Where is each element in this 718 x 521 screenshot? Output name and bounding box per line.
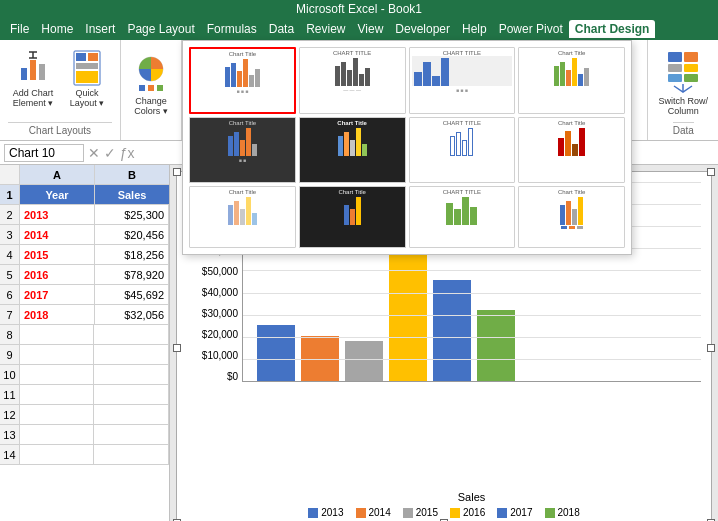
switch-column-section: Switch Row/Column Data [647,40,718,140]
menu-review[interactable]: Review [300,20,351,38]
svg-rect-13 [148,85,154,91]
table-row: 1 Year Sales [0,185,169,205]
table-row: 2 2013 $25,300 [0,205,169,225]
change-colors-label: ChangeColors ▾ [134,96,168,116]
chart-style-5[interactable]: Chart Title ■ ■ [189,117,296,182]
quick-layout-button[interactable]: QuickLayout ▾ [62,44,112,120]
resize-handle-tl[interactable] [173,168,181,176]
table-row: 11 [0,385,169,405]
cell-a5[interactable]: 2016 [20,265,95,285]
cell-b3[interactable]: $20,456 [95,225,170,245]
svg-rect-2 [39,64,45,80]
chart-style-7[interactable]: CHART TITLE [409,117,516,182]
legend-color-2015 [403,508,413,518]
add-chart-element-button[interactable]: Add ChartElement ▾ [8,44,58,120]
resize-handle-tr[interactable] [707,168,715,176]
svg-rect-0 [21,68,27,80]
legend-color-2013 [308,508,318,518]
svg-rect-16 [684,52,698,62]
menu-power-pivot[interactable]: Power Pivot [493,20,569,38]
cell-b5[interactable]: $78,920 [95,265,170,285]
table-row: 4 2015 $18,256 [0,245,169,265]
quick-layout-icon [71,48,103,88]
menu-chart-design[interactable]: Chart Design [569,20,656,38]
cell-a3[interactable]: 2014 [20,225,95,245]
bar-2014[interactable] [301,336,339,381]
cell-a1[interactable]: Year [20,185,95,205]
bar-2013[interactable] [257,325,295,381]
chart-x-label: Sales [242,491,701,503]
svg-rect-18 [684,64,698,72]
bar-2018[interactable] [477,310,515,381]
svg-rect-1 [30,60,36,80]
quick-layout-label: QuickLayout ▾ [70,88,105,108]
svg-rect-15 [668,52,682,62]
cell-b7[interactable]: $32,056 [95,305,170,325]
col-header-b[interactable]: B [95,165,170,185]
chart-layouts-label: Chart Layouts [8,122,112,136]
chart-style-10[interactable]: Chart Title [299,186,406,248]
menu-view[interactable]: View [352,20,390,38]
menu-insert[interactable]: Insert [79,20,121,38]
legend-color-2016 [450,508,460,518]
switch-column-button[interactable]: Switch Row/Column [654,44,712,120]
legend-item-2017: 2017 [497,507,532,518]
change-colors-button[interactable]: ChangeColors ▾ [129,44,173,136]
table-row: 10 [0,365,169,385]
menu-developer[interactable]: Developer [389,20,456,38]
resize-handle-ml[interactable] [173,344,181,352]
menu-home[interactable]: Home [35,20,79,38]
resize-handle-mr[interactable] [707,344,715,352]
svg-rect-7 [76,53,86,61]
cell-b1[interactable]: Sales [95,185,170,205]
svg-rect-17 [668,64,682,72]
table-row: 9 [0,345,169,365]
menu-help[interactable]: Help [456,20,493,38]
menu-bar: File Home Insert Page Layout Formulas Da… [0,18,718,40]
data-section-label: Data [673,122,694,136]
row-num-1: 1 [0,185,20,205]
chart-style-6[interactable]: Chart Title [299,117,406,182]
chart-style-11[interactable]: CHART TITLE [409,186,516,248]
cell-b2[interactable]: $25,300 [95,205,170,225]
svg-rect-19 [668,74,682,82]
chart-style-9[interactable]: Chart Title [189,186,296,248]
name-box[interactable] [4,144,84,162]
col-header-a[interactable]: A [20,165,95,185]
chart-style-4[interactable]: Chart Title [518,47,625,114]
cell-a7[interactable]: 2018 [20,305,95,325]
table-row: 8 [0,325,169,345]
legend-color-2018 [545,508,555,518]
title-bar: Microsoft Excel - Book1 [0,0,718,18]
chart-style-panel: Chart Title ■ ■ ■ CHART TITLE [182,40,632,255]
chart-style-8[interactable]: Chart Title [518,117,625,182]
switch-column-icon [665,48,701,96]
cell-b4[interactable]: $18,256 [95,245,170,265]
change-colors-icon [133,48,169,96]
bar-2017[interactable] [433,280,471,381]
bar-2015[interactable] [345,341,383,381]
svg-rect-9 [76,63,98,69]
menu-data[interactable]: Data [263,20,300,38]
legend-color-2014 [356,508,366,518]
cell-a2[interactable]: 2013 [20,205,95,225]
chart-style-1[interactable]: Chart Title ■ ■ ■ [189,47,296,114]
legend-item-2013: 2013 [308,507,343,518]
chart-style-2[interactable]: CHART TITLE — — — [299,47,406,114]
add-chart-element-icon [17,48,49,88]
change-colors-section: ChangeColors ▾ [121,40,182,140]
menu-formulas[interactable]: Formulas [201,20,263,38]
cell-b6[interactable]: $45,692 [95,285,170,305]
cell-a4[interactable]: 2015 [20,245,95,265]
menu-page-layout[interactable]: Page Layout [121,20,200,38]
cell-a6[interactable]: 2017 [20,285,95,305]
chart-style-12[interactable]: Chart Title [518,186,625,248]
menu-file[interactable]: File [4,20,35,38]
table-row: 13 [0,425,169,445]
chart-style-3[interactable]: CHART TITLE ■ ■ ■ [409,47,516,114]
ribbon: Add ChartElement ▾ QuickLayout ▾ Chart L… [0,40,718,141]
formula-bar-divider: ✕ ✓ ƒx [88,145,135,161]
table-row: 3 2014 $20,456 [0,225,169,245]
legend-item-2018: 2018 [545,507,580,518]
add-chart-element-label: Add ChartElement ▾ [13,88,54,108]
